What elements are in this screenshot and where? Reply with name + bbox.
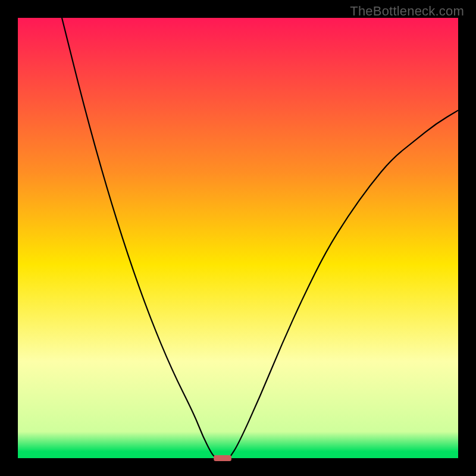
bottleneck-chart	[0, 0, 476, 476]
baseline-marker	[214, 455, 231, 461]
chart-frame: TheBottleneck.com	[0, 0, 476, 476]
plot-background	[18, 18, 458, 458]
watermark-text: TheBottleneck.com	[350, 4, 464, 19]
